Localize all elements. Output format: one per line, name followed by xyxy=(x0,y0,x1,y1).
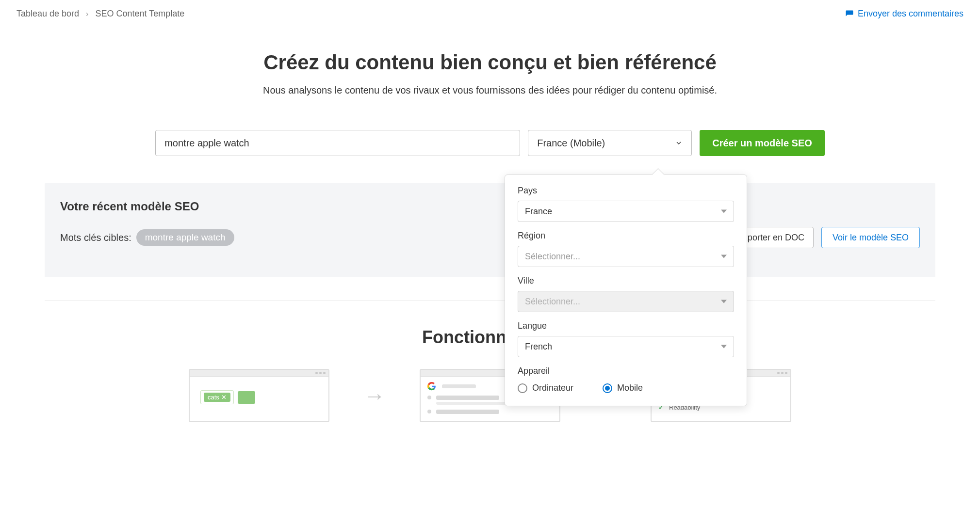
chevron-down-icon xyxy=(675,139,683,147)
send-feedback-link[interactable]: Envoyer des commentaires xyxy=(845,9,964,19)
caret-down-icon xyxy=(721,208,727,214)
region-placeholder: Sélectionner... xyxy=(525,252,580,262)
radio-icon xyxy=(518,383,527,393)
google-logo-icon xyxy=(427,382,436,391)
language-label: Langue xyxy=(518,321,734,331)
create-seo-template-button[interactable]: Créer un modèle SEO xyxy=(700,130,825,156)
region-settings-popover: Pays France Région Sélectionner... Ville… xyxy=(505,175,747,406)
radio-label: Ordinateur xyxy=(532,383,573,393)
arrow-right-icon: → xyxy=(363,382,386,409)
keywords-input[interactable] xyxy=(155,130,520,156)
diagram-step-input: cats ✕ xyxy=(189,369,329,422)
country-label: Pays xyxy=(518,186,734,196)
caret-down-icon xyxy=(721,299,727,304)
how-it-works-diagram: cats ✕ → → ✓Semantically related words ✓… xyxy=(0,369,980,422)
device-radio-mobile[interactable]: Mobile xyxy=(603,383,643,393)
how-it-works-title: Fonctionnement xyxy=(0,327,980,348)
recent-template-title: Votre récent modèle SEO xyxy=(60,200,920,213)
caret-down-icon xyxy=(721,254,727,259)
breadcrumb-home[interactable]: Tableau de bord xyxy=(16,9,79,19)
page-title: Créez du contenu bien conçu et bien réfé… xyxy=(0,51,980,74)
keyword-chip: montre apple watch xyxy=(136,229,234,246)
radio-icon xyxy=(603,383,612,393)
divider xyxy=(45,301,935,301)
recent-template-card: Votre récent modèle SEO Mots clés cibles… xyxy=(45,183,935,277)
target-keywords-label: Mots clés cibles: xyxy=(60,232,131,243)
chevron-right-icon: › xyxy=(86,10,88,18)
view-template-button[interactable]: Voir le modèle SEO xyxy=(821,227,920,248)
city-placeholder: Sélectionner... xyxy=(525,297,580,307)
city-label: Ville xyxy=(518,276,734,286)
breadcrumb-current: SEO Content Template xyxy=(95,9,184,19)
page-subtitle: Nous analysons le contenu de vos rivaux … xyxy=(0,85,980,96)
speech-bubble-icon xyxy=(845,10,854,18)
region-select-trigger[interactable]: France (Mobile) xyxy=(528,130,692,156)
country-select[interactable]: France xyxy=(518,201,734,222)
device-radio-desktop[interactable]: Ordinateur xyxy=(518,383,573,393)
language-select[interactable]: French xyxy=(518,336,734,357)
radio-label: Mobile xyxy=(617,383,643,393)
language-value: French xyxy=(525,342,552,352)
region-select[interactable]: Sélectionner... xyxy=(518,246,734,267)
city-select: Sélectionner... xyxy=(518,291,734,312)
region-select-value: France (Mobile) xyxy=(537,138,605,149)
country-value: France xyxy=(525,206,552,217)
device-label: Appareil xyxy=(518,366,734,376)
caret-down-icon xyxy=(721,344,727,349)
breadcrumb: Tableau de bord › SEO Content Template xyxy=(16,9,184,19)
feedback-label: Envoyer des commentaires xyxy=(858,9,964,19)
region-label: Région xyxy=(518,231,734,241)
